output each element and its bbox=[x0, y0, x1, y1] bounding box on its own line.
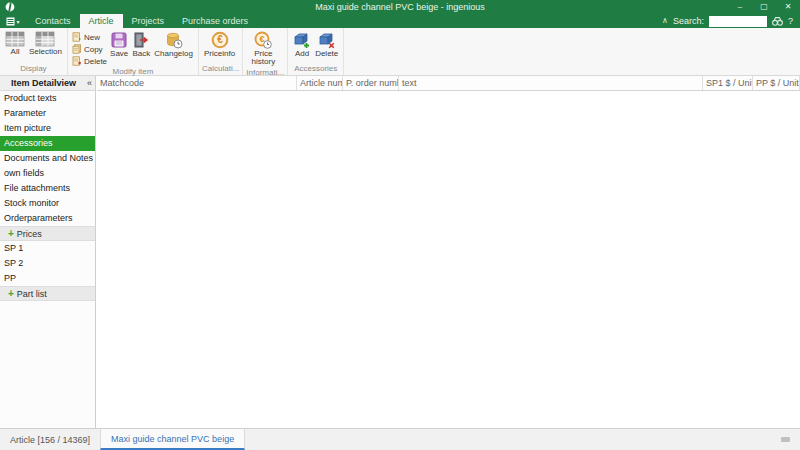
app-menu-button[interactable]: ▾ bbox=[0, 14, 26, 28]
delete-button[interactable]: Delete bbox=[71, 55, 108, 67]
expand-plus-icon: + bbox=[8, 227, 14, 241]
table-body-empty bbox=[97, 91, 800, 428]
sidebar-item-pp[interactable]: PP bbox=[0, 271, 95, 286]
delete-item-icon bbox=[72, 56, 82, 66]
tab-projects[interactable]: Projects bbox=[123, 14, 174, 28]
ribbon-group-label-display: Display bbox=[3, 64, 64, 75]
new-item-icon bbox=[72, 32, 82, 42]
ribbon-group-accessories: Add Delete Accessories bbox=[288, 28, 344, 75]
priceinfo-button[interactable]: € Priceinfo bbox=[202, 30, 237, 59]
sidebar-item-item-picture[interactable]: Item picture bbox=[0, 121, 95, 136]
sidebar-item-file-attachments[interactable]: File attachments bbox=[0, 181, 95, 196]
column-header-text[interactable]: text bbox=[399, 76, 703, 90]
column-header-article-number[interactable]: Article number bbox=[297, 76, 343, 90]
ribbon-group-label-calculation: Calculati... bbox=[202, 64, 239, 75]
sidebar-title: Item Detailview bbox=[0, 78, 87, 88]
column-header-p-order-number[interactable]: P. order number bbox=[343, 76, 399, 90]
sidebar-collapse-icon[interactable]: « bbox=[87, 78, 95, 88]
app-menu-icon bbox=[6, 17, 15, 26]
ribbon-group-display: All Selection Display bbox=[0, 28, 68, 75]
search-input[interactable] bbox=[709, 16, 767, 27]
svg-text:€: € bbox=[217, 34, 223, 45]
tab-article[interactable]: Article bbox=[80, 14, 123, 28]
tab-overflow-icon[interactable] bbox=[781, 437, 790, 442]
sidebar-item-accessories[interactable]: Accessories bbox=[0, 136, 95, 151]
item-detailview-sidebar: Item Detailview « Product texts Paramete… bbox=[0, 76, 96, 428]
ribbon-group-modify-item: New Copy bbox=[68, 28, 199, 75]
changelog-icon bbox=[165, 31, 183, 49]
ribbon-group-label-accessories: Accessories bbox=[291, 64, 340, 75]
sidebar-group-prices[interactable]: + Prices bbox=[0, 226, 95, 241]
back-button[interactable]: Back bbox=[130, 30, 152, 59]
sidebar-item-product-texts[interactable]: Product texts bbox=[0, 91, 95, 106]
search-label: Search: bbox=[673, 16, 704, 26]
collapse-ribbon-icon[interactable]: ∧ bbox=[662, 14, 668, 28]
footer-tab-bar: Article [156 / 14369] Maxi guide channel… bbox=[0, 428, 800, 450]
table-all-icon bbox=[5, 31, 25, 47]
title-bar: Maxi guide channel PVC beige - ingenious… bbox=[0, 0, 800, 14]
sidebar-item-documents-and-notes[interactable]: Documents and Notes bbox=[0, 151, 95, 166]
minimize-button[interactable]: – bbox=[728, 0, 752, 14]
copy-button[interactable]: Copy bbox=[71, 43, 108, 55]
tab-purchase-orders[interactable]: Purchase orders bbox=[173, 14, 257, 28]
sidebar-header: Item Detailview « bbox=[0, 76, 95, 91]
footer-tab-article-list[interactable]: Article [156 / 14369] bbox=[0, 429, 100, 450]
back-door-icon bbox=[132, 31, 150, 49]
sidebar-item-orderparameters[interactable]: Orderparameters bbox=[0, 211, 95, 226]
menu-tab-row: ▾ Contacts Article Projects Purchase ord… bbox=[0, 14, 800, 28]
ribbon: All Selection Display bbox=[0, 28, 800, 76]
sidebar-item-sp2[interactable]: SP 2 bbox=[0, 256, 95, 271]
column-header-sp1-unit[interactable]: SP1 $ / Unit bbox=[703, 76, 753, 90]
table-selection-icon bbox=[35, 31, 55, 47]
close-button[interactable]: ✕ bbox=[776, 0, 800, 14]
sidebar-group-part-list[interactable]: + Part list bbox=[0, 286, 95, 301]
binoculars-icon[interactable] bbox=[772, 16, 783, 26]
footer-tab-active-item[interactable]: Maxi guide channel PVC beige bbox=[100, 429, 245, 450]
price-history-button[interactable]: € Price history bbox=[246, 30, 280, 68]
sidebar-item-own-fields[interactable]: own fields bbox=[0, 166, 95, 181]
euro-coin-icon: € bbox=[211, 31, 229, 49]
ribbon-group-information: € Price history Informati... bbox=[243, 28, 288, 75]
copy-item-icon bbox=[72, 44, 82, 54]
accessory-add-icon bbox=[293, 31, 311, 49]
column-header-pp-unit[interactable]: PP $ / Unit bbox=[753, 76, 800, 90]
expand-plus-icon: + bbox=[8, 287, 14, 301]
maximize-button[interactable]: ▢ bbox=[752, 0, 776, 14]
sidebar-item-stock-monitor[interactable]: Stock monitor bbox=[0, 196, 95, 211]
all-button[interactable]: All bbox=[3, 30, 27, 57]
window-title: Maxi guide channel PVC beige - ingenious bbox=[0, 0, 800, 14]
column-header-matchcode[interactable]: Matchcode bbox=[97, 76, 297, 90]
accessory-add-button[interactable]: Add bbox=[291, 30, 313, 59]
euro-clock-icon: € bbox=[254, 31, 272, 49]
accessory-delete-button[interactable]: Delete bbox=[313, 30, 340, 59]
help-icon[interactable]: ? bbox=[788, 16, 793, 26]
ribbon-group-calculation: € Priceinfo Calculati... bbox=[199, 28, 243, 75]
accessories-table: Matchcode Article number P. order number… bbox=[97, 76, 800, 428]
search-area: ∧ Search: ? bbox=[662, 14, 800, 28]
new-button[interactable]: New bbox=[71, 31, 108, 43]
sidebar-item-parameter[interactable]: Parameter bbox=[0, 106, 95, 121]
table-header-row: Matchcode Article number P. order number… bbox=[97, 76, 800, 91]
app-logo-icon bbox=[5, 2, 15, 12]
save-icon bbox=[110, 31, 128, 49]
save-button[interactable]: Save bbox=[108, 30, 130, 59]
tab-contacts[interactable]: Contacts bbox=[26, 14, 80, 28]
sidebar-item-sp1[interactable]: SP 1 bbox=[0, 241, 95, 256]
selection-button[interactable]: Selection bbox=[27, 30, 64, 57]
changelog-button[interactable]: Changelog bbox=[152, 30, 195, 59]
accessory-delete-icon bbox=[318, 31, 336, 49]
